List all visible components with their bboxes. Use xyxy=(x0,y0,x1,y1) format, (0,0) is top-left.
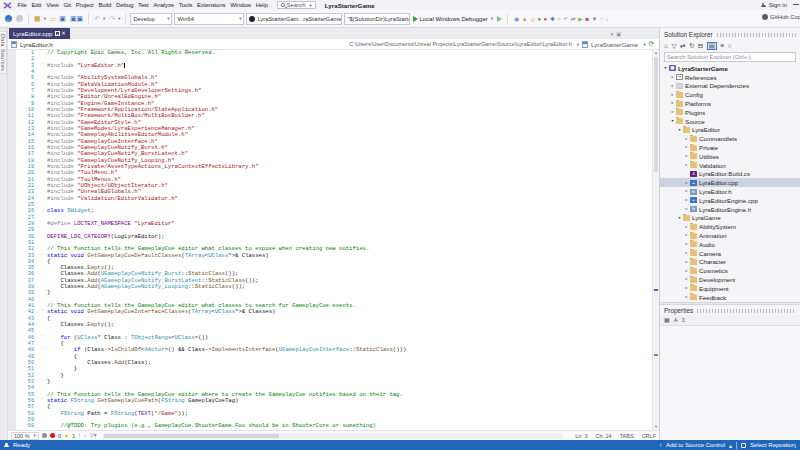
tree-item-validation[interactable]: ▸Validation xyxy=(660,161,800,170)
sync-icon[interactable]: ⟳ xyxy=(649,41,654,48)
tree-item-equipment[interactable]: ▸Equipment xyxy=(660,284,800,293)
menu-debug[interactable]: Debug xyxy=(114,2,136,8)
navbar-file[interactable]: LyraEditor.h xyxy=(20,41,53,48)
tree-item-lyrastartergame[interactable]: ▾▦LyraStarterGame xyxy=(660,64,800,73)
navigate-back-icon[interactable]: ↶ xyxy=(563,16,568,22)
properties-icon[interactable]: ≡ xyxy=(720,43,724,50)
new-item-icon[interactable]: ✚ xyxy=(550,16,555,22)
line-indicator[interactable]: Ln: 3 xyxy=(575,433,587,439)
alphabetical-icon[interactable]: A xyxy=(674,317,678,323)
menu-analyze[interactable]: Analyze xyxy=(151,2,176,8)
refresh-icon[interactable]: ↻ xyxy=(689,43,694,50)
menu-tools[interactable]: Tools xyxy=(176,2,194,8)
scroll-down-icon[interactable]: ▼ xyxy=(653,425,659,429)
tree-item-development[interactable]: ▸Development xyxy=(660,275,800,284)
tree-item-config[interactable]: ▸Config xyxy=(660,90,800,99)
menu-file[interactable]: File xyxy=(15,2,29,8)
scroll-up-icon[interactable]: ▲ xyxy=(653,51,659,55)
warning-icon[interactable]: ▲ xyxy=(64,433,69,438)
solution-explorer-search-input[interactable]: Search Solution Explorer (Ctrl+;) xyxy=(664,52,796,62)
navigate-backward-button[interactable]: ← xyxy=(4,15,13,22)
show-all-files-icon[interactable]: ▤ xyxy=(707,42,717,51)
start-debugging-button[interactable]: Local Windows Debugger▾ xyxy=(412,16,494,22)
stop-icon[interactable]: ■ xyxy=(585,16,589,22)
navbar-project[interactable]: LyraStarterGame xyxy=(591,41,638,48)
feedback-icon[interactable] xyxy=(4,443,9,448)
zoom-combo[interactable]: 100 %▾ xyxy=(11,432,39,440)
tree-item-references[interactable]: ▸⊸References xyxy=(660,73,800,82)
menu-git[interactable]: Git xyxy=(61,2,73,8)
menu-test[interactable]: Test xyxy=(136,2,151,8)
tree-item-lyraeditor[interactable]: ▾LyraEditor xyxy=(660,126,800,135)
tree-item-plugins[interactable]: ▸Plugins xyxy=(660,108,800,117)
menu-project[interactable]: Project xyxy=(73,2,96,8)
sign-in-button[interactable]: Sign in xyxy=(769,2,787,8)
error-icon[interactable] xyxy=(50,433,55,438)
build-solution-icon[interactable]: ▲ xyxy=(522,16,528,22)
editor-vertical-scrollbar[interactable]: ▲ ▼ xyxy=(652,50,659,430)
menu-extensions[interactable]: Extensions xyxy=(195,2,228,8)
sync-with-active-document-icon[interactable]: ⇄ xyxy=(680,43,685,50)
bookmark-icon[interactable]: ▼ xyxy=(592,16,598,22)
switch-views-icon[interactable]: ⌂ xyxy=(664,43,668,50)
menu-edit[interactable]: Edit xyxy=(29,2,44,8)
next-issue-icon[interactable]: ↓ xyxy=(84,433,87,439)
navigate-forward-button[interactable]: → xyxy=(15,15,24,22)
menu-build[interactable]: Build xyxy=(96,2,114,8)
solution-configuration-combo[interactable]: Develop▾ xyxy=(130,13,172,25)
solution-platforms-icon[interactable]: ⇄ xyxy=(571,16,576,22)
tree-item-character[interactable]: ▸Character xyxy=(660,258,800,267)
tree-item-source[interactable]: ▾Source xyxy=(660,117,800,126)
tree-item-private[interactable]: ▸Private xyxy=(660,143,800,152)
new-project-button[interactable]: ▦▾ xyxy=(33,15,47,22)
column-indicator[interactable]: Ch: 24 xyxy=(595,433,611,439)
tree-item-cosmetics[interactable]: ▸Cosmetics xyxy=(660,266,800,275)
tree-item-commandlets[interactable]: ▸Commandlets xyxy=(660,134,800,143)
close-icon[interactable]: ✕ xyxy=(61,31,66,37)
menu-view[interactable]: View xyxy=(44,2,61,8)
tree-item-platforms[interactable]: ▸Platforms xyxy=(660,99,800,108)
pending-changes-filter-icon[interactable]: ▽ xyxy=(671,43,676,50)
menu-window[interactable]: Window xyxy=(228,2,254,8)
open-file-button[interactable]: ▱ xyxy=(49,15,56,22)
panel-drag-handle[interactable] xyxy=(716,33,796,37)
chevron-up-icon[interactable]: ▴ xyxy=(729,442,732,449)
redo-button[interactable]: ↷▾ xyxy=(108,15,121,22)
float-window-icon[interactable]: ▣ xyxy=(616,31,621,37)
data-sources-tab[interactable]: Data Sources xyxy=(0,31,7,74)
horizontal-scrollbar[interactable] xyxy=(103,433,563,439)
tree-item-lyragame[interactable]: ▾LyraGame xyxy=(660,214,800,223)
startup-project-combo[interactable]: LyraStarterGam...raStarterGame▾ xyxy=(246,13,342,25)
chevron-down-icon[interactable]: ▾ xyxy=(575,42,579,47)
code-line[interactable]: 60 //@TODO: Try plugins (e.g., GameplayC… xyxy=(8,423,652,429)
tree-item-audio[interactable]: ▸Audio xyxy=(660,240,800,249)
tree-item-lyraeditor-h[interactable]: ▸hLyraEditor.h xyxy=(660,187,800,196)
tree-item-lyraeditor-build-cs[interactable]: #LyraEditor.Build.cs xyxy=(660,170,800,179)
navbar-file-path[interactable]: C:\Users\User\Documents\Unreal Projects\… xyxy=(349,41,572,47)
select-repository-button[interactable]: Select Repository xyxy=(750,442,796,448)
document-tab-lyraeditor-cpp[interactable]: LyraEditor.cpp ✕ xyxy=(9,28,70,39)
property-pages-icon[interactable]: ≡ xyxy=(682,317,686,323)
start-without-debugging-button[interactable] xyxy=(496,16,503,22)
tree-item-camera[interactable]: ▸Camera xyxy=(660,249,800,258)
start-without-debug-icon[interactable]: ▶ xyxy=(578,16,583,22)
menu-help[interactable]: Help xyxy=(253,2,270,8)
tab-list-dropdown-icon[interactable]: ▾ xyxy=(611,31,614,37)
breakpoint-icon[interactable]: ● xyxy=(544,16,548,22)
code-editor[interactable]: 1// Copyright Epic Games, Inc. All Right… xyxy=(8,50,652,430)
tree-item-lyraeditor-cpp[interactable]: ▸+LyraEditor.cpp xyxy=(660,178,800,187)
categorized-icon[interactable]: ▦ xyxy=(664,317,670,323)
add-to-source-control-button[interactable]: Add to Source Control xyxy=(666,442,725,448)
line-ending-indicator[interactable]: CRLF xyxy=(642,433,656,439)
collapse-all-icon[interactable]: ⊟ xyxy=(698,43,703,50)
chevron-down-icon[interactable]: ▾ xyxy=(641,42,645,47)
indentation-indicator[interactable]: TABS xyxy=(620,433,634,439)
panel-drag-handle[interactable] xyxy=(696,309,796,313)
next-bookmark-icon[interactable]: ↓ xyxy=(606,16,609,22)
solution-platform-combo[interactable]: Win64▾ xyxy=(174,13,244,25)
undo-button[interactable]: ↶▾ xyxy=(93,15,106,22)
batch-build-icon[interactable]: ◇ xyxy=(530,16,535,22)
tree-item-lyraeditorengine-h[interactable]: ▸hLyraEditorEngine.h xyxy=(660,205,800,214)
tree-item-lyraeditorengine-cpp[interactable]: ▸+LyraEditorEngine.cpp xyxy=(660,196,800,205)
save-button[interactable]: ▣ xyxy=(58,15,67,22)
